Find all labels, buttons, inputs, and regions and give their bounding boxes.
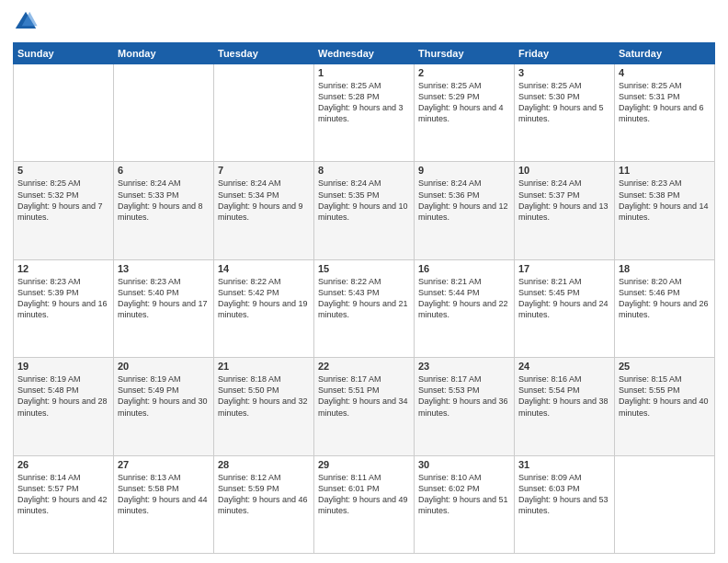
calendar-header-row: SundayMondayTuesdayWednesdayThursdayFrid…: [14, 43, 715, 64]
day-info: Sunrise: 8:24 AM Sunset: 5:35 PM Dayligh…: [318, 178, 410, 223]
calendar-cell: 27Sunrise: 8:13 AM Sunset: 5:58 PM Dayli…: [114, 455, 214, 553]
day-number: 15: [318, 263, 410, 274]
calendar-cell: [114, 64, 214, 162]
day-number: 31: [518, 459, 610, 470]
day-info: Sunrise: 8:17 AM Sunset: 5:51 PM Dayligh…: [318, 373, 410, 419]
day-number: 18: [619, 263, 711, 274]
day-info: Sunrise: 8:21 AM Sunset: 5:45 PM Dayligh…: [518, 276, 610, 321]
calendar-cell: 14Sunrise: 8:22 AM Sunset: 5:42 PM Dayli…: [214, 259, 314, 357]
day-number: 11: [619, 165, 711, 176]
day-info: Sunrise: 8:20 AM Sunset: 5:46 PM Dayligh…: [619, 276, 711, 321]
calendar-cell: 26Sunrise: 8:14 AM Sunset: 5:57 PM Dayli…: [14, 455, 114, 553]
calendar-week-row: 19Sunrise: 8:19 AM Sunset: 5:48 PM Dayli…: [14, 358, 715, 455]
day-number: 4: [619, 67, 711, 78]
day-number: 25: [619, 361, 711, 372]
day-number: 28: [218, 459, 310, 470]
col-header-thursday: Thursday: [415, 43, 515, 64]
calendar-cell: 31Sunrise: 8:09 AM Sunset: 6:03 PM Dayli…: [515, 455, 615, 553]
calendar-cell: [214, 64, 314, 162]
day-number: 29: [318, 459, 410, 470]
calendar-cell: 20Sunrise: 8:19 AM Sunset: 5:49 PM Dayli…: [114, 358, 214, 455]
calendar-cell: 18Sunrise: 8:20 AM Sunset: 5:46 PM Dayli…: [615, 259, 715, 357]
day-info: Sunrise: 8:25 AM Sunset: 5:30 PM Dayligh…: [518, 80, 610, 125]
day-number: 12: [17, 263, 109, 274]
col-header-sunday: Sunday: [14, 43, 114, 64]
day-info: Sunrise: 8:19 AM Sunset: 5:49 PM Dayligh…: [118, 373, 210, 419]
calendar-cell: 5Sunrise: 8:25 AM Sunset: 5:32 PM Daylig…: [14, 162, 114, 259]
calendar-cell: [615, 455, 715, 553]
day-info: Sunrise: 8:13 AM Sunset: 5:58 PM Dayligh…: [118, 472, 210, 517]
day-number: 1: [318, 67, 410, 78]
day-number: 22: [318, 361, 410, 372]
calendar-cell: 9Sunrise: 8:24 AM Sunset: 5:36 PM Daylig…: [415, 162, 515, 259]
day-info: Sunrise: 8:17 AM Sunset: 5:53 PM Dayligh…: [418, 373, 510, 419]
day-info: Sunrise: 8:14 AM Sunset: 5:57 PM Dayligh…: [17, 472, 109, 517]
day-number: 20: [118, 361, 210, 372]
calendar-cell: 7Sunrise: 8:24 AM Sunset: 5:34 PM Daylig…: [214, 162, 314, 259]
day-info: Sunrise: 8:25 AM Sunset: 5:29 PM Dayligh…: [418, 80, 510, 125]
day-info: Sunrise: 8:23 AM Sunset: 5:39 PM Dayligh…: [17, 276, 109, 321]
col-header-tuesday: Tuesday: [214, 43, 314, 64]
day-info: Sunrise: 8:24 AM Sunset: 5:36 PM Dayligh…: [418, 178, 510, 223]
page: SundayMondayTuesdayWednesdayThursdayFrid…: [0, 0, 728, 563]
calendar-cell: 10Sunrise: 8:24 AM Sunset: 5:37 PM Dayli…: [515, 162, 615, 259]
calendar-cell: [14, 64, 114, 162]
col-header-saturday: Saturday: [615, 43, 715, 64]
day-number: 17: [518, 263, 610, 274]
day-number: 30: [418, 459, 510, 470]
day-info: Sunrise: 8:24 AM Sunset: 5:34 PM Dayligh…: [218, 178, 310, 223]
day-info: Sunrise: 8:09 AM Sunset: 6:03 PM Dayligh…: [518, 472, 610, 517]
calendar-cell: 19Sunrise: 8:19 AM Sunset: 5:48 PM Dayli…: [14, 358, 114, 455]
day-number: 26: [17, 459, 109, 470]
day-info: Sunrise: 8:25 AM Sunset: 5:31 PM Dayligh…: [619, 80, 711, 125]
calendar-cell: 13Sunrise: 8:23 AM Sunset: 5:40 PM Dayli…: [114, 259, 214, 357]
calendar-cell: 24Sunrise: 8:16 AM Sunset: 5:54 PM Dayli…: [515, 358, 615, 455]
day-number: 7: [218, 165, 310, 176]
day-number: 2: [418, 67, 510, 78]
calendar-week-row: 1Sunrise: 8:25 AM Sunset: 5:28 PM Daylig…: [14, 64, 715, 162]
calendar-cell: 6Sunrise: 8:24 AM Sunset: 5:33 PM Daylig…: [114, 162, 214, 259]
day-number: 3: [518, 67, 610, 78]
calendar-week-row: 12Sunrise: 8:23 AM Sunset: 5:39 PM Dayli…: [14, 259, 715, 357]
calendar-cell: 8Sunrise: 8:24 AM Sunset: 5:35 PM Daylig…: [314, 162, 415, 259]
day-info: Sunrise: 8:10 AM Sunset: 6:02 PM Dayligh…: [418, 472, 510, 517]
calendar-cell: 29Sunrise: 8:11 AM Sunset: 6:01 PM Dayli…: [314, 455, 415, 553]
day-number: 9: [418, 165, 510, 176]
day-number: 21: [218, 361, 310, 372]
col-header-monday: Monday: [114, 43, 214, 64]
calendar-cell: 4Sunrise: 8:25 AM Sunset: 5:31 PM Daylig…: [615, 64, 715, 162]
calendar-table: SundayMondayTuesdayWednesdayThursdayFrid…: [13, 42, 715, 554]
day-number: 27: [118, 459, 210, 470]
calendar-cell: 16Sunrise: 8:21 AM Sunset: 5:44 PM Dayli…: [415, 259, 515, 357]
day-number: 10: [518, 165, 610, 176]
day-info: Sunrise: 8:18 AM Sunset: 5:50 PM Dayligh…: [218, 373, 310, 419]
calendar-cell: 30Sunrise: 8:10 AM Sunset: 6:02 PM Dayli…: [415, 455, 515, 553]
calendar-cell: 21Sunrise: 8:18 AM Sunset: 5:50 PM Dayli…: [214, 358, 314, 455]
calendar-cell: 17Sunrise: 8:21 AM Sunset: 5:45 PM Dayli…: [515, 259, 615, 357]
col-header-friday: Friday: [515, 43, 615, 64]
day-info: Sunrise: 8:15 AM Sunset: 5:55 PM Dayligh…: [619, 373, 711, 419]
day-info: Sunrise: 8:22 AM Sunset: 5:42 PM Dayligh…: [218, 276, 310, 321]
day-info: Sunrise: 8:23 AM Sunset: 5:38 PM Dayligh…: [619, 178, 711, 223]
day-info: Sunrise: 8:11 AM Sunset: 6:01 PM Dayligh…: [318, 472, 410, 517]
calendar-week-row: 26Sunrise: 8:14 AM Sunset: 5:57 PM Dayli…: [14, 455, 715, 553]
calendar-cell: 12Sunrise: 8:23 AM Sunset: 5:39 PM Dayli…: [14, 259, 114, 357]
day-info: Sunrise: 8:19 AM Sunset: 5:48 PM Dayligh…: [17, 373, 109, 419]
logo-icon: [13, 9, 39, 35]
day-number: 5: [17, 165, 109, 176]
day-info: Sunrise: 8:25 AM Sunset: 5:32 PM Dayligh…: [17, 178, 109, 223]
day-info: Sunrise: 8:12 AM Sunset: 5:59 PM Dayligh…: [218, 472, 310, 517]
day-number: 19: [17, 361, 109, 372]
calendar-week-row: 5Sunrise: 8:25 AM Sunset: 5:32 PM Daylig…: [14, 162, 715, 259]
day-number: 23: [418, 361, 510, 372]
calendar-cell: 15Sunrise: 8:22 AM Sunset: 5:43 PM Dayli…: [314, 259, 415, 357]
day-info: Sunrise: 8:21 AM Sunset: 5:44 PM Dayligh…: [418, 276, 510, 321]
day-number: 14: [218, 263, 310, 274]
calendar-cell: 11Sunrise: 8:23 AM Sunset: 5:38 PM Dayli…: [615, 162, 715, 259]
day-number: 8: [318, 165, 410, 176]
day-number: 13: [118, 263, 210, 274]
logo: [13, 9, 40, 35]
header: [13, 9, 715, 35]
calendar-cell: 1Sunrise: 8:25 AM Sunset: 5:28 PM Daylig…: [314, 64, 415, 162]
day-info: Sunrise: 8:24 AM Sunset: 5:33 PM Dayligh…: [118, 178, 210, 223]
